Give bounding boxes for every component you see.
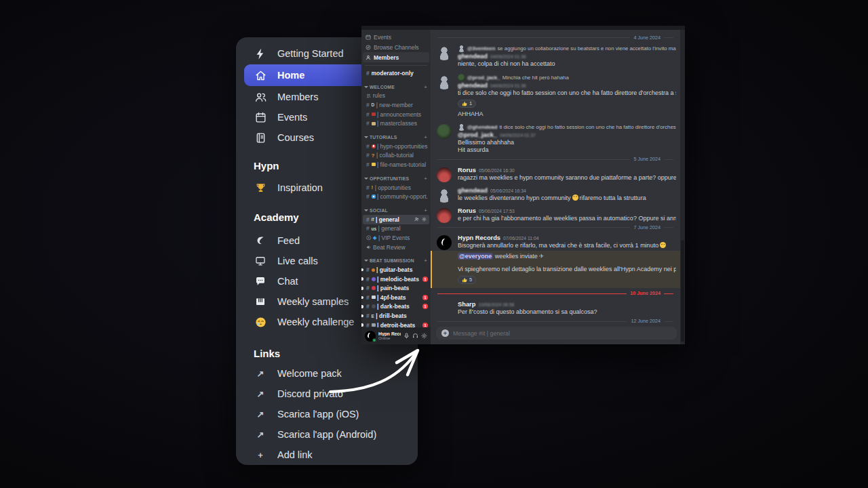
create-channel-icon[interactable]: + [424,84,427,90]
link-item-app-android[interactable]: ↗ Scarica l'app (Android) [236,424,418,445]
music-note-emoji [372,277,376,281]
channel-new-member[interactable]: # D | new-member [361,100,431,110]
star-icon [372,122,376,125]
channel-us-general[interactable]: # us | general [361,224,431,234]
create-channel-icon[interactable]: + [424,207,427,214]
link-item-app-ios[interactable]: ↗ Scarica l'app (iOS) [236,404,418,424]
message-text: @everyone weeklies inviate✈ [458,253,676,260]
question-mark-icon: ? [372,152,375,159]
reply-context[interactable]: @ghendead ti dice solo che oggi ho fatto… [458,123,676,131]
reaction-pill[interactable]: 5 [458,276,476,284]
mention-highlight-message: @everyone weeklies inviate✈ Vi spieghere… [431,251,680,288]
category-tutorials[interactable]: TUTORIALS + [361,133,431,142]
username[interactable]: Hypn Records [458,235,500,241]
discord-nav-browse-channels[interactable]: Browse Channels [361,42,431,52]
channel-collab-tutorial[interactable]: # ? | collab-tutorial [361,151,431,161]
message: @ghendead ti dice solo che oggi ho fatto… [431,122,680,154]
username[interactable]: Rorus [458,207,476,214]
link-item-discord-privato[interactable]: ↗ Discord privato [236,384,418,404]
factory-emoji [372,323,376,327]
timestamp: 05/06/2024 17:53 [479,209,515,214]
message-text: niente, colpa di chi non ha accettato [458,60,676,68]
channel-moderator-only[interactable]: # moderator-only [361,68,431,78]
avatar[interactable] [437,75,452,89]
channel-opportunities[interactable]: # ! | opportunities [361,183,431,192]
chevron-down-icon [364,260,368,262]
channel-it-general[interactable]: # it | general [363,215,429,224]
avatar[interactable] [437,208,452,223]
channel-vip-events[interactable]: ◆ | VIP Events [361,233,431,243]
channel-community-opportunities[interactable]: # | community-opport... [361,192,431,201]
channel-beat-review[interactable]: Beat Review [361,243,431,252]
channel-settings-gear-icon[interactable] [422,217,427,222]
username[interactable]: ghendead [458,187,488,194]
channel-announcements[interactable]: # | announcements [361,110,431,119]
settings-gear-icon[interactable] [421,333,427,339]
invite-people-icon[interactable] [414,217,419,222]
category-welcome[interactable]: WELCOME + [361,83,431,92]
username[interactable]: @prod_jack_ [458,131,497,138]
channel-pain-beats[interactable]: # | pain-beats [361,284,431,293]
exclamation-icon: ! [372,184,374,190]
section-title-links: Links [236,345,418,361]
username[interactable]: Sharp [458,301,475,308]
thumbs-up-icon [462,101,467,106]
username[interactable]: ghendead [458,53,488,60]
smiley-emoji [572,195,578,201]
category-social[interactable]: SOCIAL + [361,206,431,215]
discord-nav-members[interactable]: Members [363,52,429,62]
username[interactable]: ghendead [458,82,488,89]
channel-masterclasses[interactable]: # | masterclasses [361,119,431,128]
channel-4pf-beats[interactable]: # | 4pf-beats 1 [361,293,431,302]
avatar[interactable] [437,235,452,250]
avatar[interactable] [437,167,452,182]
channel-dark-beats[interactable]: # | dark-beats 1 [361,302,431,312]
everyone-mention[interactable]: @everyone [458,253,493,260]
channel-rules[interactable]: rules [361,92,431,101]
plus-icon: + [254,450,267,460]
reply-context[interactable]: @3venteen se aggiungo un collaborazione … [458,45,676,52]
discord-nav-events[interactable]: Events [361,32,431,42]
category-opportunities[interactable]: OPPORTUNITIES + [361,174,431,183]
airplane-emoji: ✈ [539,253,545,260]
user-avatar[interactable] [365,331,376,342]
link-item-welcome-pack[interactable]: ↗ Welcome pack [236,363,418,384]
message-scroll-region[interactable]: 4 June 2024 @3venteen se aggiungo un col… [431,30,680,324]
message-text: Vi spiegheremo nel dettaglio la transizi… [458,266,676,273]
sidebar-item-label: Feed [277,235,300,246]
channel-guitar-beats[interactable]: # | guitar-beats [361,265,431,274]
avatar[interactable] [437,124,452,139]
microphone-icon[interactable] [403,333,410,339]
attach-plus-icon[interactable]: + [441,329,449,337]
channel-file-names-tutorial[interactable]: # | file-names-tutorial [361,160,431,169]
channel-drill-beats[interactable]: # E | drill-beats [361,311,431,321]
message-input[interactable] [453,330,671,337]
timestamp: 07/06/2024 11:04 [503,236,538,241]
avatar[interactable] [437,188,452,203]
create-channel-icon[interactable]: + [424,176,427,182]
reply-context[interactable]: @prod_jack_ Minchia che hit però hahaha [458,74,676,81]
home-icon [254,68,267,82]
link-label: Discord privato [277,388,343,399]
avatar[interactable] [437,45,452,60]
guitar-emoji [372,268,375,272]
link-item-add-link[interactable]: + Add link [236,445,418,465]
headphones-icon[interactable] [412,333,418,339]
message: Hypn Records07/06/2024 11:04 Bisognerà a… [431,233,680,249]
channel-hypn-opportunities[interactable]: # | hypn-opportunities [361,142,431,151]
create-channel-icon[interactable]: + [424,258,427,264]
reaction-pill[interactable]: 1 [458,100,476,108]
timestamp: 05/06/2024 16:34 [490,188,526,193]
chat-scrollbar[interactable] [680,30,685,344]
link-label: Add link [277,449,313,460]
channel-melodic-beats[interactable]: # | melodic-beats 1 [361,274,431,284]
username[interactable]: Rorus [458,167,476,174]
timestamp: 04/06/2024 01:36 [490,83,526,88]
scrollbar-thumb[interactable] [681,240,684,342]
message-text: e per chi ha gia l'abbonamento alle week… [458,215,676,222]
sidebar-item-label: Courses [277,132,314,143]
bank-emoji [372,296,376,299]
category-beat-submission[interactable]: BEAT SUBMISSION + [361,256,431,265]
link-label: Scarica l'app (iOS) [277,409,359,420]
create-channel-icon[interactable]: + [424,134,427,140]
